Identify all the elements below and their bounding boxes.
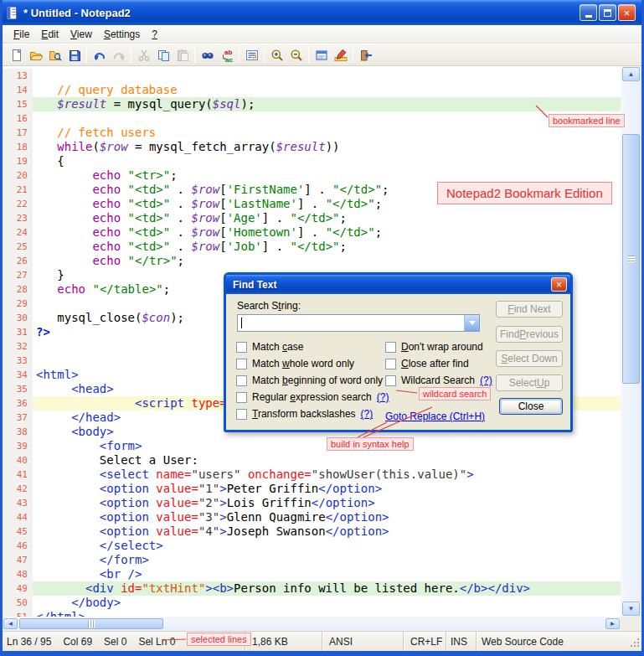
save-file-button[interactable] [64, 46, 84, 65]
line-number[interactable]: 19 [3, 154, 33, 168]
line-number[interactable]: 23 [3, 211, 33, 225]
zoom-in-button[interactable] [267, 46, 286, 65]
code-line-50[interactable]: 50 </body> [3, 596, 621, 610]
code-line-19[interactable]: 19 { [3, 154, 621, 168]
line-number[interactable]: 45 [3, 524, 33, 539]
syntax-help-link[interactable]: (?) [361, 408, 374, 420]
line-number[interactable]: 25 [3, 240, 33, 254]
checkbox-box[interactable] [236, 392, 247, 403]
checkbox-wildcard-search[interactable]: Wildcard Search(?) [385, 374, 492, 386]
replace-button[interactable]: abac [217, 46, 236, 65]
code-line-24[interactable]: 24 echo "<td>" . $row['Hometown'] . "</t… [3, 225, 621, 240]
scroll-down-button[interactable]: ▼ [622, 602, 640, 616]
line-number[interactable]: 29 [3, 297, 33, 311]
status-insert-mode[interactable]: INS [446, 632, 477, 651]
titlebar[interactable]: * Untitled - Notepad2 × [0, 0, 644, 25]
code-line-14[interactable]: 14 // query database [3, 83, 621, 97]
line-number[interactable]: 31 [3, 325, 33, 339]
line-number[interactable]: 14 [3, 83, 33, 97]
code-line-49-bookmarked[interactable]: 49 <div id="txtHint"><b>Person info will… [3, 581, 621, 596]
status-scheme[interactable]: Web Source Code [477, 632, 628, 651]
minimize-button[interactable] [580, 4, 597, 21]
line-number[interactable]: 16 [3, 111, 33, 126]
word-wrap-button[interactable] [242, 46, 261, 65]
line-number[interactable]: 40 [3, 453, 33, 467]
checkbox-box[interactable] [385, 359, 396, 369]
checkbox-match-whole-word-only[interactable]: Match whole word only [236, 358, 354, 369]
code-line-48[interactable]: 48 <br /> [3, 567, 621, 581]
exit-button[interactable] [356, 46, 375, 65]
menu-file[interactable]: File [8, 27, 35, 42]
zoom-out-button[interactable] [286, 46, 306, 65]
status-encoding[interactable]: ANSI [322, 632, 404, 651]
line-number[interactable]: 35 [3, 382, 33, 396]
line-number[interactable]: 34 [3, 368, 33, 382]
line-number[interactable]: 47 [3, 553, 33, 567]
scheme-customize-button[interactable] [331, 46, 350, 65]
vertical-scroll-thumb[interactable] [622, 134, 640, 384]
checkbox-match-beginning-of-word-only[interactable]: Match beginning of word only [236, 374, 383, 386]
menu-view[interactable]: View [64, 27, 98, 42]
checkbox-regular-expression-search[interactable]: Regular expression search(?) [236, 391, 389, 403]
combobox-dropdown-button[interactable] [464, 315, 479, 331]
line-number[interactable]: 43 [3, 496, 33, 510]
line-number[interactable]: 24 [3, 225, 33, 240]
menu-settings[interactable]: Settings [98, 27, 146, 42]
line-number[interactable]: 39 [3, 439, 33, 453]
scroll-right-button[interactable]: ► [605, 618, 620, 629]
line-number[interactable]: 28 [3, 282, 33, 297]
code-line-42[interactable]: 42 <option value="1">Peter Griffin</opti… [3, 482, 621, 496]
line-number[interactable]: 17 [3, 126, 33, 140]
checkbox-close-after-find[interactable]: Close after find [385, 358, 469, 369]
code-line-16[interactable]: 16 [3, 111, 621, 126]
line-number[interactable]: 42 [3, 482, 33, 496]
checkbox-box[interactable] [236, 359, 247, 369]
scroll-left-button[interactable]: ◄ [3, 618, 18, 629]
checkbox-don-t-wrap-around[interactable]: Don't wrap around [385, 341, 483, 353]
code-line-23[interactable]: 23 echo "<td>" . $row['Age'] . "</td>"; [3, 211, 621, 225]
line-number[interactable]: 44 [3, 510, 33, 524]
checkbox-box[interactable] [236, 409, 247, 420]
horizontal-scrollbar[interactable]: ◄ ► [3, 617, 621, 631]
code-line-43[interactable]: 43 <option value="2">Lois Griffin</optio… [3, 496, 621, 510]
status-line-ending[interactable]: CR+LF [404, 632, 446, 651]
line-number[interactable]: 46 [3, 539, 33, 553]
line-number[interactable]: 13 [3, 69, 33, 83]
line-number[interactable]: 30 [3, 311, 33, 325]
new-file-button[interactable] [7, 46, 26, 65]
code-line-26[interactable]: 26 echo "</tr>"; [3, 254, 621, 268]
checkbox-box[interactable] [385, 375, 396, 386]
scheme-select-button[interactable] [312, 46, 331, 65]
checkbox-box[interactable] [385, 342, 396, 353]
line-number[interactable]: 38 [3, 425, 33, 439]
undo-button[interactable] [90, 46, 109, 65]
line-number[interactable]: 51 [3, 610, 33, 617]
menu-help[interactable]: ? [146, 27, 163, 42]
close-button[interactable]: × [618, 4, 636, 21]
line-number[interactable]: 18 [3, 140, 33, 154]
line-number[interactable]: 48 [3, 567, 33, 581]
code-line-51[interactable]: 51</html> [3, 610, 621, 617]
line-number[interactable]: 33 [3, 354, 33, 368]
find-dialog-titlebar[interactable]: Find Text × [226, 275, 570, 294]
line-number[interactable]: 41 [3, 467, 33, 482]
code-line-15-bookmarked[interactable]: 15 $result = mysql_query($sql); [3, 97, 621, 111]
line-number[interactable]: 20 [3, 168, 33, 183]
checkbox-box[interactable] [236, 342, 247, 353]
find-button[interactable] [198, 46, 217, 65]
checkbox-box[interactable] [236, 375, 247, 386]
code-line-44[interactable]: 44 <option value="3">Glenn Quagmire</opt… [3, 510, 621, 524]
checkbox-transform-backslashes[interactable]: Transform backslashes(?) [236, 408, 373, 420]
code-line-39[interactable]: 39 <form> [3, 439, 621, 453]
code-line-18[interactable]: 18 while($row = mysql_fetch_array($resul… [3, 140, 621, 154]
open-file-button[interactable] [26, 46, 45, 65]
menu-edit[interactable]: Edit [35, 27, 64, 42]
code-line-40[interactable]: 40 Select a User: [3, 453, 621, 467]
checkbox-match-case[interactable]: Match case [236, 341, 303, 353]
line-number[interactable]: 50 [3, 596, 33, 610]
line-number[interactable]: 36 [3, 396, 33, 411]
goto-replace-link[interactable]: Goto Replace (Ctrl+H) [385, 411, 485, 422]
line-number[interactable]: 37 [3, 411, 33, 425]
code-line-47[interactable]: 47 </form> [3, 553, 621, 567]
maximize-button[interactable] [599, 4, 616, 21]
